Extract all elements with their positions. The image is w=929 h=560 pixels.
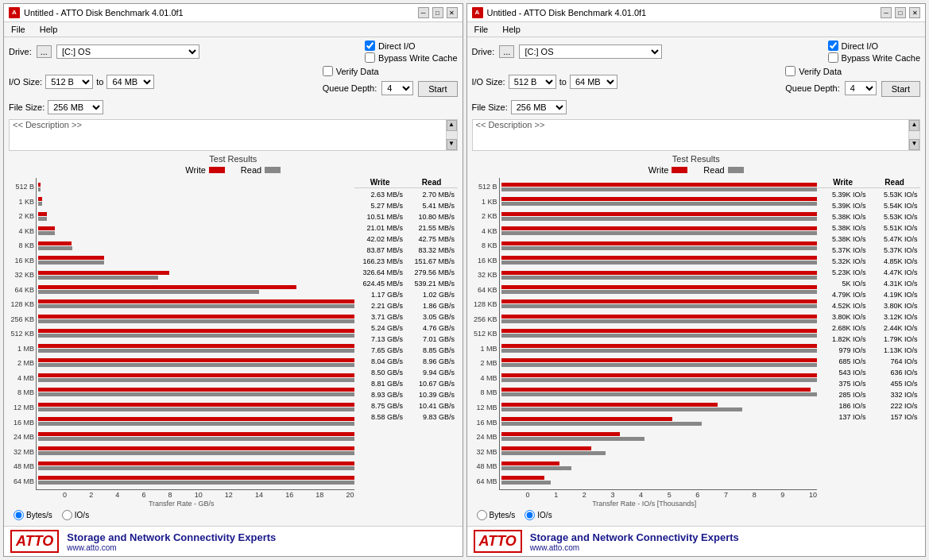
verify-data-checkbox[interactable] [323,66,333,76]
menu-file[interactable]: File [472,24,491,35]
y-axis-label: 8 KB [472,241,499,249]
maximize-button[interactable]: □ [432,7,443,18]
minimize-button[interactable]: ─ [881,7,892,18]
title-bar-left: A Untitled - ATTO Disk Benchmark 4.01.0f… [9,7,184,18]
drive-label: Drive: [9,47,32,56]
scroll-down[interactable]: ▼ [447,139,457,150]
y-axis-label: 32 KB [472,271,499,279]
menu-help[interactable]: Help [37,24,60,35]
app-icon: A [9,7,20,18]
bypass-write-label: Bypass Write Cache [378,53,457,63]
read-bar [38,217,47,221]
results-row: 5.23K IO/s 4.47K IO/s [817,267,920,278]
y-axis-label: 2 KB [9,212,36,220]
queue-depth-row: Queue Depth: 4 Start [323,79,458,97]
read-bar [38,481,354,485]
footer-url: www.atto.com [530,543,739,552]
write-value: 5.38K IO/s [820,213,866,221]
write-bar [38,329,354,333]
filesize-row: File Size: 256 MB [4,98,463,116]
x-axis-tick: 7 [724,491,728,499]
y-axis-label: 2 MB [472,359,499,367]
ios-radio[interactable] [62,510,72,520]
drive-browse-button[interactable]: ... [499,45,514,58]
scroll-up[interactable]: ▲ [909,120,919,131]
filesize-select[interactable]: 256 MB [511,100,567,114]
x-axis-tick: 14 [255,491,263,499]
write-bar [501,315,818,319]
drive-label: Drive: [472,47,495,56]
start-button[interactable]: Start [418,81,457,97]
bypass-write-checkbox[interactable] [828,52,838,63]
write-value: 979 IO/s [820,346,866,354]
close-button[interactable]: ✕ [447,7,458,18]
read-value: 9.94 GB/s [408,369,455,377]
bypass-write-checkbox[interactable] [365,52,375,63]
queue-depth-select[interactable]: 4 [845,81,877,95]
read-value: 332 IO/s [872,391,918,399]
scroll-up[interactable]: ▲ [447,120,457,131]
bar-pair [37,417,354,426]
iosize-label: I/O Size: [472,77,505,87]
queue-depth-select[interactable]: 4 [381,81,413,95]
footer-url: www.atto.com [67,543,276,552]
maximize-button[interactable]: □ [895,7,906,18]
iosize-from-select[interactable]: 512 B [45,75,93,89]
read-bar [501,187,818,191]
footer-tagline: Storage and Network Connectivity Experts [530,531,739,543]
y-axis-label: 32 MB [472,448,499,456]
minimize-button[interactable]: ─ [418,7,429,18]
x-axis-tick: 10 [195,491,203,499]
write-value: 7.13 GB/s [357,335,403,343]
results-row: 8.50 GB/s 9.94 GB/s [354,367,458,378]
x-axis-tick: 8 [753,491,757,499]
read-bar [38,334,354,338]
title-controls: ─ □ ✕ [418,7,458,18]
read-value: 10.41 GB/s [408,402,455,410]
title-bar-left: A Untitled - ATTO Disk Benchmark 4.01.0f… [472,7,647,18]
drive-select[interactable]: [C:] OS [56,44,199,59]
bars-area [499,178,818,490]
menu-help[interactable]: Help [500,24,523,35]
description-scrollbar[interactable]: ▲ ▼ [446,120,457,150]
bytes-radio[interactable] [477,510,487,520]
bytes-radio[interactable] [14,510,24,520]
x-axis-tick: 0 [526,491,530,499]
filesize-select[interactable]: 256 MB [48,100,103,114]
chart-with-labels: 512 B1 KB2 KB4 KB8 KB16 KB32 KB64 KB128 … [9,178,354,508]
drive-select[interactable]: [C:] OS [519,44,662,59]
read-bar [501,466,571,470]
y-axis-label: 12 MB [472,404,499,411]
menu-file[interactable]: File [9,24,28,35]
close-button[interactable]: ✕ [909,7,920,18]
direct-io-label: Direct I/O [842,41,878,51]
bar-pair [500,299,818,308]
direct-io-checkbox[interactable] [365,41,375,51]
ios-radio[interactable] [524,510,535,520]
bypass-write-row: Bypass Write Cache [365,52,457,63]
bar-pair [500,462,818,470]
start-button[interactable]: Start [881,81,920,97]
y-axis-label: 48 MB [472,462,499,470]
read-value: 3.05 GB/s [408,313,455,321]
read-legend-label: Read [703,165,724,175]
iosize-to-select[interactable]: 64 MB [106,75,154,89]
bar-pair [500,212,818,221]
results-row: 285 IO/s 332 IO/s [817,389,920,400]
write-bar [38,197,42,201]
iosize-from-select[interactable]: 512 B [509,75,556,89]
iosize-to-select[interactable]: 64 MB [570,75,617,89]
write-value: 137 IO/s [820,413,866,421]
read-value: 1.02 GB/s [408,291,455,299]
drive-browse-button[interactable]: ... [37,45,52,58]
write-bar [38,388,354,392]
results-row: 83.87 MB/s 83.32 MB/s [354,245,458,256]
bar-pair [37,344,354,353]
footer-text: Storage and Network Connectivity Experts… [67,531,276,552]
scroll-down[interactable]: ▼ [909,139,919,150]
write-bar [501,358,818,362]
read-bar [38,290,259,294]
description-scrollbar[interactable]: ▲ ▼ [908,120,919,150]
verify-data-checkbox[interactable] [785,66,795,76]
direct-io-checkbox[interactable] [828,41,838,51]
